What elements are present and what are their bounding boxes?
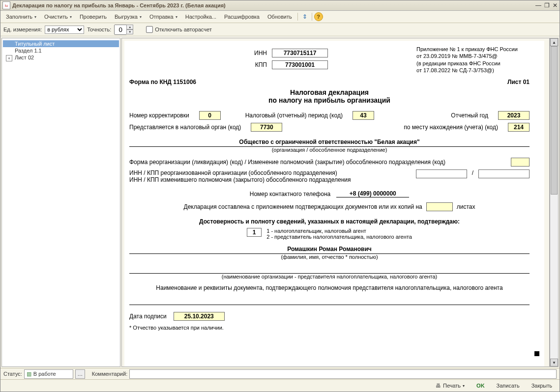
place-field[interactable]: 214 <box>508 123 530 132</box>
titlebar: lu Декларация по налогу на прибыль за Ян… <box>0 0 560 11</box>
kpp-field[interactable]: 773001001 <box>272 60 328 69</box>
document-area[interactable]: ИНН 7730715117 КПП 773001001 Приложение … <box>121 38 550 367</box>
inn-field[interactable]: 7730715117 <box>272 49 328 57</box>
main-toolbar: Заполнить Очистить Проверить Выгрузка От… <box>0 11 560 23</box>
scroll-up-icon[interactable]: ▲ <box>550 38 558 46</box>
reorg-inn-label-2: ИНН / КПП изменившего полномочия (закрыт… <box>129 176 411 183</box>
phone-label: Номер контактного телефона <box>250 191 330 197</box>
corr-label: Номер корректировки <box>129 112 189 119</box>
reorg-inn-label-1: ИНН / КПП реорганизованной организации (… <box>129 169 411 176</box>
confirm-opt-2: 2 - представитель налогоплательщика, нал… <box>266 234 412 240</box>
attach-label-2: листах <box>457 203 475 210</box>
reorg-inn-field[interactable] <box>416 169 467 178</box>
repr-sub: (наименование организации - представител… <box>129 274 530 280</box>
organ-field[interactable]: 7730 <box>251 123 282 132</box>
confirm-code-field[interactable]: 1 <box>247 228 262 237</box>
precision-label: Точность: <box>87 27 111 32</box>
export-button[interactable]: Выгрузка <box>111 12 145 21</box>
printer-icon: 🖶 <box>436 383 441 389</box>
status-label: Статус: <box>3 371 22 377</box>
minimize-button[interactable]: — <box>535 2 541 9</box>
kpp-label: КПП <box>247 61 267 68</box>
precision-down[interactable]: ▼ <box>126 29 133 34</box>
settings-button[interactable]: Настройка... <box>182 12 220 21</box>
status-icon: ▥ <box>27 371 31 377</box>
status-bar: Статус: ▥ В работе … Комментарий: <box>0 368 560 379</box>
confirm-opt-1: 1 - налогоплательщик, налоговый агент <box>266 228 412 234</box>
save-button[interactable]: Записать <box>493 381 523 390</box>
attach-label-1: Декларация составлена с приложением подт… <box>184 203 422 210</box>
status-field[interactable]: ▥ В работе <box>24 369 73 379</box>
print-button[interactable]: 🖶 Печать ▾ <box>432 381 468 390</box>
scroll-down-icon[interactable]: ▼ <box>550 359 558 366</box>
expand-icon[interactable]: + <box>6 55 12 61</box>
close-button[interactable]: Закрыть <box>528 381 556 390</box>
checkbox-icon <box>146 26 153 33</box>
signer-fio[interactable]: Ромашкин Роман Романович <box>129 246 530 254</box>
footnote: * Отчество указывается при наличии. <box>129 325 530 331</box>
comment-label: Комментарий: <box>92 371 127 377</box>
doc-title-2: по налогу на прибыль организаций <box>129 96 530 104</box>
help-icon[interactable]: ? <box>314 12 323 21</box>
reorg-label: Форма реорганизации (ликвидация) (код) /… <box>129 159 506 166</box>
confirm-title: Достоверность и полноту сведений, указан… <box>129 218 530 225</box>
year-field[interactable]: 2023 <box>498 111 530 120</box>
refresh-button[interactable]: Обновить <box>264 12 295 21</box>
tree-node-section-1-1[interactable]: Раздел 1.1 <box>3 47 119 54</box>
attach-pages-field[interactable] <box>426 202 453 211</box>
send-button[interactable]: Отправка <box>146 12 181 21</box>
fill-button[interactable]: Заполнить <box>2 12 40 21</box>
ok-button[interactable]: OK <box>473 381 488 390</box>
sign-date-label: Дата подписи <box>129 313 167 320</box>
doc-auth-label: Наименование и реквизиты документа, подт… <box>129 284 530 291</box>
window-title: Декларация по налогу на прибыль за Январ… <box>12 2 226 8</box>
expand-collapse-icon[interactable]: ⇕ <box>300 12 310 22</box>
org-name[interactable]: Общество с ограниченной ответственностью… <box>129 139 530 147</box>
precision-up[interactable]: ▲ <box>126 25 133 29</box>
autocalc-checkbox[interactable]: Отключить авторасчет <box>146 26 212 33</box>
sheet-number: Лист 01 <box>507 79 530 85</box>
period-label: Налоговый (отчетный) период (код) <box>245 112 343 119</box>
fio-sub: (фамилия, имя, отчество * полностью) <box>129 254 530 260</box>
units-label: Ед. измерения: <box>3 27 42 32</box>
resize-corner-icon <box>534 351 539 356</box>
vertical-scrollbar[interactable]: ▲ ▼ <box>550 38 559 367</box>
org-name-sub: (организация / обособленное подразделени… <box>129 147 530 153</box>
tree-node-title-page[interactable]: Титульный лист <box>3 40 119 47</box>
place-label: по месту нахождения (учета) (код) <box>404 124 498 131</box>
sign-date-field[interactable]: 25.10.2023 <box>174 312 225 321</box>
check-button[interactable]: Проверить <box>76 12 110 21</box>
form-knd: Форма по КНД 1151006 <box>129 79 196 85</box>
doc-auth-line[interactable] <box>129 304 530 305</box>
inn-label: ИНН <box>247 50 267 56</box>
reorg-code-field[interactable] <box>511 158 530 167</box>
phone-field[interactable]: +8 (499) 0000000 <box>336 190 409 197</box>
status-picker-button[interactable]: … <box>75 369 85 379</box>
footer-bar: 🖶 Печать ▾ OK Записать Закрыть <box>0 379 560 392</box>
app-icon: lu <box>2 1 10 9</box>
year-label: Отчетный год <box>451 112 488 119</box>
decode-button[interactable]: Расшифровка <box>221 12 263 21</box>
order-reference: Приложение № 1 к приказу ФНС России от 2… <box>416 46 530 74</box>
section-tree[interactable]: Титульный лист Раздел 1.1 + Лист 02 <box>1 38 120 367</box>
organ-label: Представляется в налоговый орган (код) <box>129 124 241 131</box>
sub-toolbar: Ед. измерения: в рублях Точность: ▲ ▼ От… <box>0 23 560 36</box>
doc-title-1: Налоговая декларация <box>129 88 530 96</box>
period-field[interactable]: 43 <box>353 111 374 120</box>
page-content: ИНН 7730715117 КПП 773001001 Приложение … <box>124 41 544 367</box>
clear-button[interactable]: Очистить <box>41 12 75 21</box>
corr-field[interactable]: 0 <box>199 111 221 120</box>
maximize-button[interactable]: ❐ <box>544 2 550 9</box>
units-select[interactable]: в рублях <box>45 26 84 34</box>
close-window-button[interactable]: ✕ <box>553 2 558 9</box>
comment-input[interactable] <box>129 369 557 379</box>
precision-input[interactable] <box>114 25 127 35</box>
tree-node-sheet-02[interactable]: + Лист 02 <box>3 54 119 61</box>
reorg-kpp-field[interactable] <box>478 169 530 178</box>
